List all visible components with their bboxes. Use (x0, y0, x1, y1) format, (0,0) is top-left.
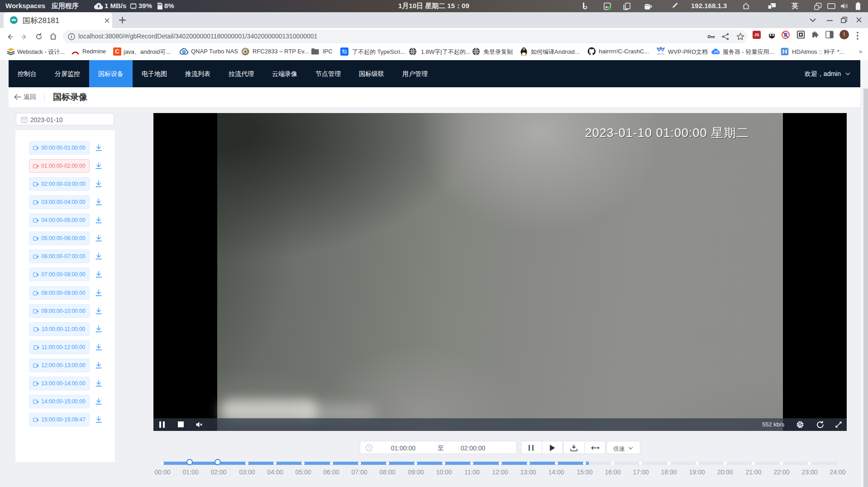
svg-text:WVP·PRO: WVP·PRO (657, 53, 665, 55)
